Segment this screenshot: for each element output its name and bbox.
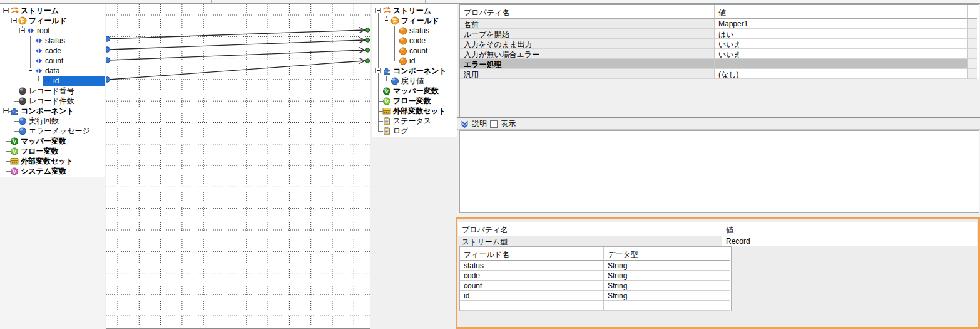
field-type-cell[interactable]: String <box>604 291 730 301</box>
tree-item-count[interactable]: count <box>372 46 457 56</box>
tree-expander-collapse[interactable] <box>384 18 389 23</box>
tree-item-mapper-vars[interactable]: Vマッパー変数 <box>0 136 105 146</box>
source-port-status[interactable] <box>106 36 110 41</box>
arrowhead <box>359 48 365 51</box>
field-row[interactable]: codeString <box>460 271 731 281</box>
tree-item-flow-vars[interactable]: Vフロー変数 <box>372 96 457 106</box>
tree-expander-collapse[interactable] <box>375 8 381 13</box>
tree-guide-line <box>378 86 379 96</box>
mapping-arrow-code-to-code[interactable] <box>109 40 364 50</box>
tree-item-field[interactable]: Fフィールド <box>372 16 457 26</box>
field-row[interactable] <box>460 301 731 311</box>
tree-item-status[interactable]: status <box>0 36 105 46</box>
tree-item-field[interactable]: Fフィールド <box>0 16 105 26</box>
tree-item-id[interactable]: id <box>0 76 105 86</box>
tree-item-count[interactable]: count <box>0 56 105 66</box>
tree-expander-collapse[interactable] <box>11 18 17 23</box>
tab-divider <box>69 0 69 3</box>
tree-item-stream[interactable]: ストリーム <box>0 6 105 16</box>
field-type-cell[interactable]: String <box>604 281 730 291</box>
property-section-row[interactable]: エラー処理 <box>460 59 979 69</box>
field-row[interactable]: countString <box>460 281 731 291</box>
mapping-canvas-surface[interactable] <box>106 4 370 328</box>
tree-item-record-number[interactable]: レコード番号 <box>0 86 105 96</box>
source-port-id[interactable] <box>106 77 110 82</box>
tree-item-system-vars[interactable]: Vシステム変数 <box>0 166 105 176</box>
field-name-cell[interactable] <box>460 301 604 311</box>
tree-expander-collapse[interactable] <box>19 28 25 33</box>
mapping-arrow-id-to-id[interactable] <box>109 61 364 80</box>
property-row[interactable]: ループを開始はい <box>460 29 979 39</box>
tree-item-component[interactable]: コンポーネント <box>372 66 457 76</box>
property-value[interactable]: いいえ <box>715 39 968 49</box>
tree-item-external-var-set[interactable]: 外部変数セット <box>372 106 457 116</box>
tree-item-return-value[interactable]: 戻り値 <box>372 76 457 86</box>
tree-item-status[interactable]: status <box>372 26 457 36</box>
target-tree-panel: ストリームFフィールドstatuscodecountidコンポーネント戻り値Vマ… <box>372 4 457 329</box>
property-value[interactable]: いいえ <box>715 49 968 59</box>
property-value[interactable]: はい <box>715 29 968 39</box>
field-type-cell[interactable]: String <box>604 261 730 271</box>
source-port-code[interactable] <box>106 47 110 52</box>
tree-guide-line <box>14 66 14 76</box>
tree-item-root[interactable]: root <box>0 26 105 36</box>
property-row[interactable]: 入力をそのまま出力いいえ <box>460 39 979 49</box>
target-port-id[interactable] <box>365 59 369 63</box>
tree-item-external-var-set[interactable]: 外部変数セット <box>0 156 105 166</box>
field-name-cell[interactable]: id <box>460 291 604 301</box>
field-row[interactable]: idString <box>460 291 731 301</box>
field-name-cell[interactable]: code <box>460 271 604 281</box>
field-row[interactable]: statusString <box>460 261 731 271</box>
sphere-blue-icon <box>18 127 27 135</box>
property-value[interactable] <box>715 59 968 69</box>
mapping-arrow-status-to-status[interactable] <box>109 30 364 39</box>
field-type-cell[interactable] <box>604 301 730 311</box>
tree-item-component[interactable]: コンポーネント <box>0 106 105 116</box>
tree-guide-line <box>378 26 379 36</box>
collapse-chevron-icon[interactable] <box>461 120 469 128</box>
field-name-cell[interactable]: count <box>460 281 604 291</box>
property-value[interactable]: (なし) <box>715 69 968 79</box>
mapping-arrow-count-to-count[interactable] <box>109 50 364 60</box>
tree-item-stream[interactable]: ストリーム <box>372 6 457 16</box>
description-text-area[interactable] <box>459 130 979 213</box>
target-port-count[interactable] <box>365 48 369 52</box>
tree-expander-collapse[interactable] <box>28 68 33 73</box>
tree-item-log[interactable]: ログ <box>372 126 457 136</box>
tree-item-label: ストリーム <box>393 6 431 15</box>
tree-item-exec-count[interactable]: 実行回数 <box>0 116 105 126</box>
tree-item-record-count[interactable]: レコード件数 <box>0 96 105 106</box>
property-row[interactable]: 名前Mapper1 <box>460 19 979 29</box>
tree-item-flow-vars[interactable]: Vフロー変数 <box>0 146 105 156</box>
field-type-cell[interactable]: String <box>604 271 730 281</box>
tree-item-code[interactable]: code <box>0 46 105 56</box>
tree-item-label: code <box>45 46 61 55</box>
tree-item-code[interactable]: code <box>372 36 457 46</box>
source-tree[interactable]: ストリームFフィールドrootstatuscodecountdataidレコード… <box>0 6 105 176</box>
mapping-canvas[interactable] <box>106 4 370 329</box>
stream-property-row[interactable]: ストリーム型Record <box>458 236 977 246</box>
tree-guide-line <box>6 36 6 46</box>
field-name-cell[interactable]: status <box>460 261 604 271</box>
tree-guide-line <box>378 56 379 66</box>
tree-item-data[interactable]: data <box>0 66 105 76</box>
tree-item-status-node[interactable]: ステータス <box>372 116 457 126</box>
target-port-code[interactable] <box>365 38 369 42</box>
source-port-count[interactable] <box>106 58 110 63</box>
show-description-checkbox[interactable] <box>490 120 498 128</box>
property-row[interactable]: 入力が無い場合エラーいいえ <box>460 49 979 59</box>
target-tree[interactable]: ストリームFフィールドstatuscodecountidコンポーネント戻り値Vマ… <box>372 6 457 136</box>
tree-guide-line <box>6 136 6 146</box>
field-icon: F <box>390 16 399 25</box>
property-value[interactable]: Mapper1 <box>715 19 968 29</box>
tree-expander-collapse[interactable] <box>375 68 381 73</box>
tree-expander-collapse[interactable] <box>3 108 9 113</box>
property-row[interactable]: 汎用(なし) <box>460 69 979 79</box>
tree-expander-collapse[interactable] <box>3 8 9 13</box>
tree-item-id[interactable]: id <box>372 56 457 66</box>
tree-item-error-message[interactable]: エラーメッセージ <box>0 126 105 136</box>
tree-item-mapper-vars[interactable]: Vマッパー変数 <box>372 86 457 96</box>
sphere-dark-icon <box>18 97 27 105</box>
property-value[interactable]: Record <box>722 236 977 246</box>
target-port-status[interactable] <box>365 28 369 32</box>
